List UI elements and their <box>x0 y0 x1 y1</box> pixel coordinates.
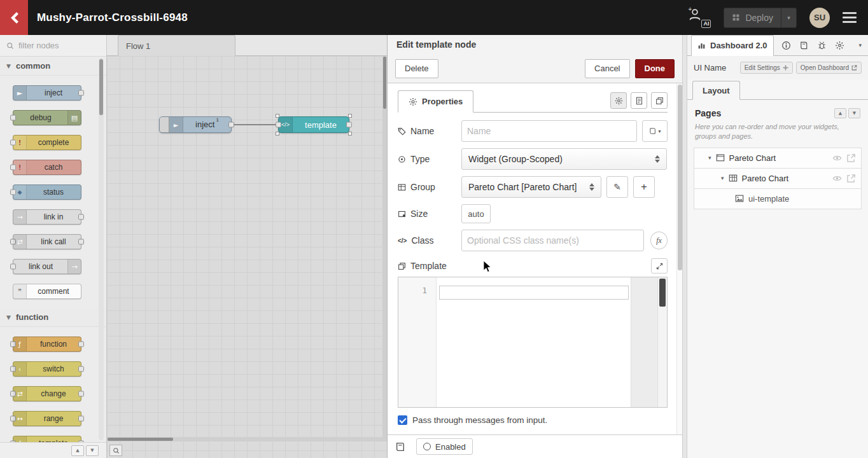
palette-node-change[interactable]: ⇄ change <box>13 386 81 401</box>
node-appearance-button[interactable] <box>651 92 668 109</box>
node-red-app: Mushy-Parrot-Crossbill-6948 + AI Deploy <box>0 0 868 458</box>
collapse-all-button[interactable]: ▲ <box>71 445 84 456</box>
deploy-button[interactable]: Deploy ▾ <box>724 8 797 28</box>
canvas-horizontal-scrollbar[interactable] <box>107 437 387 441</box>
template-code-editor[interactable]: 1 <box>398 277 668 408</box>
palette-node-inject[interactable]: ► inject <box>13 85 81 101</box>
tab-config-icon[interactable] <box>835 41 844 50</box>
input-port[interactable] <box>276 122 281 128</box>
palette-search-input[interactable] <box>18 41 88 50</box>
pages-header-buttons: ▲ ▼ <box>834 108 860 118</box>
palette-scrollbar-thumb[interactable] <box>99 59 103 115</box>
canvas-vertical-scrollbar-thumb[interactable] <box>383 57 386 109</box>
group-select[interactable]: Pareto Chart [Pareto Chart] <box>461 176 601 198</box>
add-group-button[interactable]: + <box>633 176 655 198</box>
type-select[interactable]: Widget (Group-Scoped) <box>461 148 667 170</box>
tray-scrollbar-thumb[interactable] <box>678 85 682 270</box>
passthrough-checkbox[interactable] <box>398 415 407 425</box>
flow-node-template-selected[interactable]: </> template <box>278 116 349 133</box>
canvas-search-button[interactable] <box>109 445 122 456</box>
editor-scrollbar-thumb[interactable] <box>659 279 666 307</box>
name-input[interactable] <box>461 120 637 142</box>
main-menu-icon[interactable] <box>843 12 857 23</box>
tree-row-page[interactable]: ▾ Pareto Chart <box>694 148 862 169</box>
selection-handle[interactable] <box>348 114 352 118</box>
collapse-tree-button[interactable]: ▲ <box>834 108 846 118</box>
open-dashboard-button[interactable]: Open Dashboard <box>796 62 862 74</box>
deploy-main[interactable]: Deploy <box>724 8 781 27</box>
palette-category-common[interactable]: ▼ common <box>0 57 106 76</box>
output-port <box>78 366 84 372</box>
docs-icon[interactable] <box>395 441 406 452</box>
canvas-horizontal-scrollbar-thumb[interactable] <box>108 438 173 441</box>
flow-tab[interactable]: Flow 1 <box>118 35 235 56</box>
image-icon <box>735 194 744 203</box>
expand-all-button[interactable]: ▼ <box>86 445 99 456</box>
done-button[interactable]: Done <box>635 59 675 78</box>
fx-button[interactable]: fx <box>650 232 668 249</box>
wire-inject-to-template[interactable] <box>232 124 278 125</box>
deploy-options-caret[interactable]: ▾ <box>781 8 796 27</box>
palette-node-link-out[interactable]: link out → <box>13 259 81 274</box>
inject-trigger-button[interactable] <box>160 117 169 132</box>
node-red-logo[interactable] <box>0 0 28 35</box>
tab-dashboard[interactable]: Dashboard 2.0 <box>691 35 774 56</box>
tab-debug-icon[interactable] <box>817 41 827 50</box>
expand-tree-button[interactable]: ▼ <box>848 108 860 118</box>
sidebar-tabs-caret[interactable]: ▾ <box>858 42 864 48</box>
cancel-button[interactable]: Cancel <box>585 59 629 78</box>
palette-node-link-in[interactable]: → link in <box>13 209 81 225</box>
palette-node-function[interactable]: ƒ function <box>13 337 81 352</box>
chevron-down-icon[interactable]: ▾ <box>708 155 711 161</box>
sidebar-splitter[interactable] <box>682 35 687 458</box>
output-port <box>78 214 84 220</box>
type-label: Type <box>398 154 461 164</box>
visibility-icon[interactable] <box>832 153 842 163</box>
tab-info-icon[interactable] <box>781 41 791 50</box>
selection-handle[interactable] <box>276 132 279 135</box>
user-avatar[interactable]: SU <box>809 8 830 28</box>
palette-node-link-call[interactable]: ⇄ link call <box>13 234 81 249</box>
expand-editor-button[interactable] <box>651 258 668 274</box>
ai-assistant-icon[interactable]: + AI <box>688 8 711 28</box>
open-group-icon[interactable] <box>846 174 856 183</box>
tab-properties[interactable]: Properties <box>398 90 473 113</box>
palette-node-status[interactable]: ◆ status <box>13 184 81 200</box>
output-port[interactable] <box>228 122 234 128</box>
edit-group-button[interactable]: ✎ <box>606 176 628 198</box>
palette-node-debug[interactable]: debug ▤ <box>13 110 81 125</box>
edit-settings-button[interactable]: Edit Settings <box>740 62 793 74</box>
selection-handle[interactable] <box>276 114 279 118</box>
palette-scrollbar[interactable] <box>99 58 104 440</box>
target-icon <box>398 155 406 163</box>
class-input[interactable] <box>461 230 644 251</box>
node-settings-button[interactable] <box>610 92 627 109</box>
tab-layout[interactable]: Layout <box>692 81 740 100</box>
selection-handle[interactable] <box>348 132 352 135</box>
tree-row-group[interactable]: ▾ Pareto Chart <box>694 168 862 189</box>
category-label: function <box>16 312 48 322</box>
visibility-icon[interactable] <box>832 174 842 183</box>
size-button[interactable]: auto <box>461 204 491 223</box>
palette-node-complete[interactable]: ! complete <box>13 135 81 150</box>
palette-node-catch[interactable]: ! catch <box>13 160 81 175</box>
flow-node-inject[interactable]: ► inject1 <box>159 116 232 133</box>
node-description-button[interactable] <box>631 92 647 109</box>
editor-scrollbar[interactable] <box>657 277 667 407</box>
open-page-icon[interactable] <box>846 153 856 163</box>
palette-node-switch[interactable]: ‹ switch <box>13 361 81 377</box>
node-enabled-toggle[interactable]: Enabled <box>416 438 473 455</box>
tab-help-icon[interactable] <box>799 41 809 50</box>
editor-active-line[interactable] <box>439 286 629 300</box>
label-options-button[interactable]: ▾ <box>642 120 668 142</box>
palette-node-range[interactable]: ↔ range <box>13 411 81 426</box>
delete-button[interactable]: Delete <box>395 59 438 78</box>
tray-scrollbar[interactable] <box>676 83 682 434</box>
output-port[interactable] <box>346 122 352 128</box>
tree-row-widget[interactable]: ui-template <box>694 188 862 209</box>
palette-node-comment[interactable]: ❞ comment <box>13 284 81 299</box>
palette-category-function[interactable]: ▼ function <box>0 308 106 327</box>
avatar-initials: SU <box>814 13 825 22</box>
chevron-down-icon[interactable]: ▾ <box>721 175 724 181</box>
canvas-vertical-scrollbar[interactable] <box>382 56 387 437</box>
